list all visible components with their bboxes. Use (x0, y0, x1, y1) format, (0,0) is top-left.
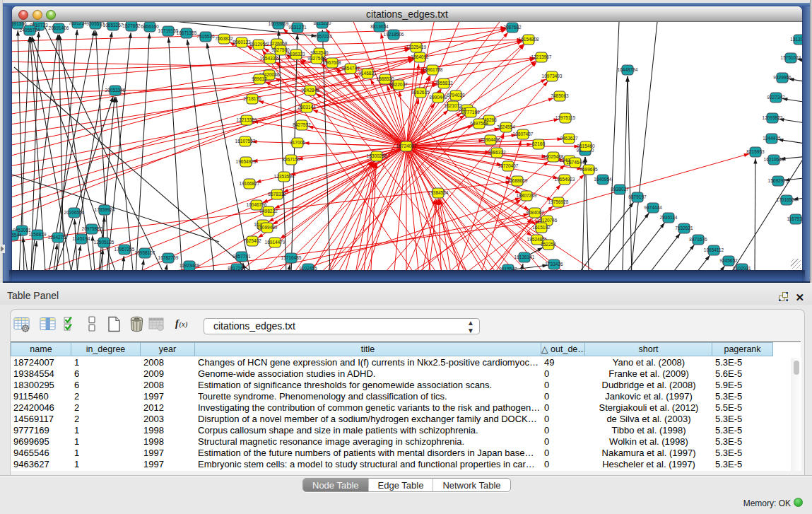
svg-text:8817264: 8817264 (228, 266, 246, 270)
svg-text:6466160: 6466160 (141, 24, 159, 29)
svg-text:1640954: 1640954 (594, 177, 612, 182)
svg-text:6794028: 6794028 (447, 93, 465, 98)
svg-text:3915544: 3915544 (12, 233, 22, 238)
svg-text:9463627: 9463627 (560, 136, 578, 141)
svg-text:19166827: 19166827 (240, 181, 260, 186)
svg-text:2967608: 2967608 (323, 60, 341, 65)
svg-text:7515526: 7515526 (196, 34, 215, 39)
svg-text:1874644: 1874644 (566, 160, 584, 165)
svg-text:9146821: 9146821 (358, 71, 377, 76)
svg-text:7485063: 7485063 (551, 93, 569, 98)
svg-text:12505135: 12505135 (94, 240, 114, 245)
svg-text:15720407: 15720407 (498, 163, 519, 168)
svg-text:19756928: 19756928 (548, 199, 569, 204)
svg-text:9329966: 9329966 (773, 75, 792, 80)
svg-text:16543382: 16543382 (260, 56, 281, 61)
svg-text:8215953: 8215953 (746, 149, 765, 154)
svg-text:16136141: 16136141 (514, 255, 535, 259)
svg-text:7663822: 7663822 (215, 36, 233, 41)
svg-text:15692971: 15692971 (768, 178, 789, 183)
svg-text:16033809: 16033809 (269, 22, 289, 26)
svg-text:17016504: 17016504 (777, 197, 797, 202)
svg-text:9227342: 9227342 (767, 95, 785, 100)
svg-text:18807249: 18807249 (517, 193, 537, 198)
svg-text:2803144: 2803144 (298, 105, 316, 110)
svg-text:7632621: 7632621 (675, 226, 693, 230)
svg-text:9245652: 9245652 (719, 258, 738, 263)
svg-text:8454749: 8454749 (341, 66, 360, 71)
svg-text:9515460: 9515460 (577, 144, 595, 148)
svg-text:19218506: 19218506 (384, 32, 404, 37)
svg-text:10688609: 10688609 (507, 178, 528, 183)
svg-text:16107553: 16107553 (235, 139, 256, 144)
svg-text:9205513: 9205513 (86, 22, 105, 26)
svg-text:8391306: 8391306 (12, 22, 27, 26)
svg-text:16154808: 16154808 (519, 37, 539, 42)
svg-text:7625402: 7625402 (243, 238, 261, 243)
svg-text:7955812: 7955812 (435, 81, 453, 86)
svg-text:16782759: 16782759 (158, 255, 179, 260)
svg-text:20053346: 20053346 (105, 88, 126, 93)
svg-text:10653267: 10653267 (103, 23, 124, 28)
svg-text:9331271: 9331271 (288, 25, 307, 30)
svg-text:8267150: 8267150 (282, 157, 300, 162)
svg-text:8427552: 8427552 (293, 122, 311, 127)
svg-text:9498222: 9498222 (259, 209, 278, 214)
svg-text:9457791: 9457791 (233, 254, 251, 259)
svg-text:12353594: 12353594 (274, 174, 295, 179)
svg-text:62160: 62160 (532, 141, 545, 146)
svg-text:1527602: 1527602 (122, 23, 141, 28)
svg-text:8990448: 8990448 (429, 95, 447, 100)
svg-text:3624554: 3624554 (497, 124, 515, 129)
svg-text:24055724: 24055724 (20, 28, 40, 33)
svg-text:6879197: 6879197 (628, 194, 647, 199)
svg-text:11923448: 11923448 (180, 263, 200, 268)
svg-text:1615192: 1615192 (532, 225, 551, 230)
svg-text:17957255: 17957255 (114, 247, 135, 252)
svg-text:9102455: 9102455 (299, 266, 317, 270)
svg-text:20364436: 20364436 (481, 137, 501, 142)
svg-text:12213389: 12213389 (237, 117, 257, 122)
svg-text:9474444: 9474444 (644, 205, 662, 210)
svg-text:12942757: 12942757 (48, 235, 69, 240)
svg-text:12975115: 12975115 (555, 115, 576, 120)
svg-text:6497568: 6497568 (470, 121, 488, 126)
svg-text:917006: 917006 (290, 140, 305, 145)
svg-text:8678332: 8678332 (268, 192, 286, 197)
svg-text:12093822: 12093822 (763, 115, 783, 120)
svg-text:19384554: 19384554 (428, 190, 449, 195)
svg-text:20206556: 20206556 (64, 210, 85, 215)
svg-text:1156819: 1156819 (29, 232, 47, 237)
svg-text:16448784: 16448784 (618, 67, 638, 72)
svg-text:8960123: 8960123 (233, 40, 251, 45)
svg-text:18724007: 18724007 (396, 144, 417, 148)
svg-text:19654925: 19654925 (236, 159, 257, 164)
svg-text:8115220: 8115220 (314, 22, 331, 25)
svg-text:20691406: 20691406 (49, 25, 69, 30)
svg-text:1864092: 1864092 (411, 54, 429, 59)
svg-text:8813054: 8813054 (370, 24, 389, 29)
svg-text:11325419: 11325419 (406, 45, 427, 49)
svg-text:9015542: 9015542 (499, 267, 517, 270)
svg-text:1312045: 1312045 (790, 37, 802, 42)
svg-text:16914479: 16914479 (265, 240, 286, 245)
svg-text:17359924: 17359924 (95, 207, 115, 212)
svg-text:10654112: 10654112 (704, 247, 724, 252)
svg-text:16120746: 16120746 (537, 218, 558, 223)
svg-text:8912956: 8912956 (249, 42, 268, 47)
svg-text:989612: 989612 (252, 76, 267, 81)
svg-text:16210643: 16210643 (764, 157, 784, 162)
svg-text:1167533: 1167533 (787, 216, 802, 221)
svg-text:1733426: 1733426 (545, 262, 563, 267)
svg-text:7357224: 7357224 (314, 34, 332, 39)
svg-text:16099489: 16099489 (257, 225, 278, 230)
svg-text:8102931: 8102931 (733, 266, 751, 270)
svg-text:9242848: 9242848 (301, 88, 319, 93)
svg-text:8471676: 8471676 (689, 237, 707, 242)
svg-text:19654923: 19654923 (555, 177, 575, 182)
svg-text:15751074: 15751074 (781, 55, 801, 60)
svg-text:9084067: 9084067 (526, 210, 544, 215)
svg-text:9262615: 9262615 (411, 90, 430, 95)
svg-text:16671355: 16671355 (177, 30, 197, 35)
svg-text:7986322: 7986322 (488, 150, 506, 155)
